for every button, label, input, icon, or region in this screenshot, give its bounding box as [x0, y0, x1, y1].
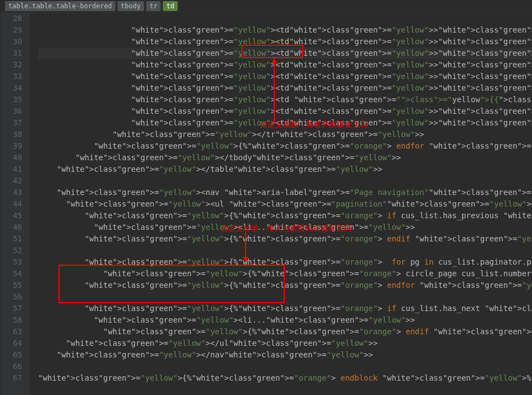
line-number: 28	[1, 13, 22, 24]
line-number: 65	[1, 349, 22, 361]
line-number: 40	[1, 152, 22, 164]
line-number: 43	[1, 187, 22, 198]
code-content[interactable]: 自定义函数：将客户来源变大写 自定义标签：传入当前页码和循环页码 "white"…	[30, 13, 532, 395]
code-line[interactable]: "white">class"green">="yellow">{%"white"…	[38, 256, 532, 268]
code-area[interactable]: 2829303132333435363738394041424344454651…	[1, 13, 532, 395]
code-line[interactable]: "white">class"green">="yellow"></table"w…	[38, 164, 532, 175]
annotation-text-1: 自定义函数：将客户来源变大写	[260, 119, 368, 130]
line-number: 46	[1, 222, 22, 233]
annotation-text-2: 自定义标签：传入当前页码和循环页码	[220, 223, 352, 234]
code-line[interactable]: "white">class"green">="yellow">{%"white"…	[38, 280, 532, 291]
code-line[interactable]: "white">class"green">="yellow">{%"white"…	[38, 233, 532, 245]
breadcrumb-item[interactable]: table.table.table-bordered	[5, 1, 115, 11]
code-line[interactable]	[38, 13, 532, 24]
line-number: 38	[1, 129, 22, 140]
line-number: 58	[1, 314, 22, 326]
code-line[interactable]: "white">class"green">="yellow"><td "whit…	[38, 94, 532, 106]
code-line[interactable]	[38, 175, 532, 187]
code-line[interactable]: "white">class"green">="yellow"><td"white…	[38, 71, 532, 82]
line-gutter: 2829303132333435363738394041424344454651…	[1, 13, 30, 395]
code-line[interactable]	[38, 245, 532, 256]
code-line[interactable]	[38, 361, 532, 372]
line-number: 67	[1, 372, 22, 384]
line-number: 44	[1, 198, 22, 210]
code-line[interactable]: "white">class"green">="yellow"><li..."wh…	[38, 314, 532, 326]
breadcrumb-item[interactable]: tbody	[118, 1, 144, 11]
annotation-arrow-2	[240, 232, 251, 265]
line-number: 57	[1, 303, 22, 314]
line-number: 56	[1, 291, 22, 303]
line-number: 34	[1, 82, 22, 94]
breadcrumb-bar: table.table.table-bordered tbody tr td	[1, 0, 532, 13]
code-line[interactable]: "white">class"green">="yellow"></nav"whi…	[38, 349, 532, 361]
line-number: 32	[1, 59, 22, 71]
svg-marker-3	[243, 257, 248, 262]
line-number: 45	[1, 210, 22, 222]
line-number: 54	[1, 268, 22, 280]
line-number: 39	[1, 140, 22, 152]
code-line[interactable]	[38, 291, 532, 303]
line-number: 35	[1, 94, 22, 106]
code-line[interactable]: "white">class"green">="yellow"></tr"whit…	[38, 129, 532, 140]
line-number: 41	[1, 164, 22, 175]
code-line[interactable]: "white">class"green">="yellow"><td"white…	[38, 24, 532, 36]
code-line[interactable]: "white">class"green">="yellow"><nav "whi…	[38, 187, 532, 198]
breadcrumb-item[interactable]: tr	[146, 1, 161, 11]
code-line[interactable]: "white">class"green">="yellow">{%"white"…	[38, 210, 532, 222]
code-line[interactable]: "white">class"green">="yellow">{%"white"…	[38, 326, 532, 338]
line-number: 37	[1, 117, 22, 129]
line-number: 64	[1, 338, 22, 349]
breadcrumb-item[interactable]: td	[163, 1, 177, 11]
line-number: 66	[1, 361, 22, 372]
line-number: 63	[1, 326, 22, 338]
code-line[interactable]: "white">class"green">="yellow">{%"white"…	[38, 303, 532, 314]
line-number: 53	[1, 256, 22, 268]
code-editor: table.table.table-bordered tbody tr td 2…	[1, 0, 532, 395]
code-line[interactable]: "white">class"green">="yellow">{%"white"…	[38, 140, 532, 152]
code-line[interactable]: "white">class"green">="yellow"><td"white…	[38, 106, 532, 117]
code-line[interactable]: "white">class"green">="yellow"><td"white…	[38, 36, 532, 48]
line-number: 31	[1, 48, 22, 59]
line-number: 36	[1, 106, 22, 117]
code-line[interactable]: "white">class"green">="yellow"></tbody"w…	[38, 152, 532, 164]
line-number: 29	[1, 24, 22, 36]
code-line[interactable]: "white">class"green">="yellow"><ul "whit…	[38, 198, 532, 210]
code-line[interactable]: "white">class"green">="yellow"><td"white…	[38, 48, 532, 59]
line-number: 51	[1, 233, 22, 245]
line-number: 30	[1, 36, 22, 48]
svg-marker-1	[272, 58, 277, 64]
line-number: 52	[1, 245, 22, 256]
code-line[interactable]: "white">class"green">="yellow"><td"white…	[38, 59, 532, 71]
code-line[interactable]: "white">class"green">="yellow"></ul"whit…	[38, 338, 532, 349]
code-line[interactable]: "white">class"green">="yellow"><td"white…	[38, 82, 532, 94]
code-line[interactable]: "white">class"green">="yellow">{%"white"…	[38, 268, 532, 280]
line-number: 42	[1, 175, 22, 187]
line-number: 33	[1, 71, 22, 82]
line-number: 55	[1, 280, 22, 291]
code-line[interactable]: "white">class"green">="yellow">{%"white"…	[38, 372, 532, 384]
